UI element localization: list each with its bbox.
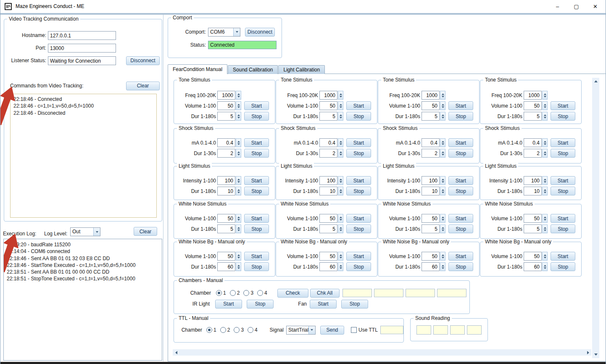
value-box[interactable]: 50 [422,214,440,223]
listener-status-input[interactable]: Waiting for Connection [48,56,116,65]
value-box[interactable]: 50 [217,252,235,261]
spinner-arrows-icon[interactable] [440,138,445,147]
spinner-arrows-icon[interactable] [440,101,445,110]
light-start-button[interactable]: Start [346,176,371,185]
duration-spinner[interactable]: 2 [524,149,548,158]
spinner-arrows-icon[interactable] [236,149,241,158]
spinner-arrows-icon[interactable] [236,214,241,223]
whitenoise-start-button[interactable]: Start [448,214,473,223]
spinner-arrows-icon[interactable] [236,101,241,110]
duration-spinner[interactable]: 5 [319,224,343,233]
spinner-arrows-icon[interactable] [440,224,445,233]
spinner-arrows-icon[interactable] [440,91,445,100]
spinner-arrows-icon[interactable] [338,149,343,158]
spinner-arrows-icon[interactable] [236,187,241,195]
ttl-chamber-radio-4[interactable] [248,327,253,333]
vt-disconnect-button[interactable]: Disconnect [126,56,160,65]
shock-start-button[interactable]: Start [551,138,575,147]
value-box[interactable]: 100 [524,176,542,185]
hostname-input[interactable]: 127.0.0.1 [48,31,116,40]
value-box[interactable]: 1000 [217,91,235,100]
value-box[interactable]: 5 [217,224,235,233]
tone-start-button[interactable]: Start [448,101,473,110]
value-box[interactable]: 2 [422,149,440,158]
spinner-arrows-icon[interactable] [542,101,548,110]
duration-spinner[interactable]: 5 [217,224,241,233]
tone-start-button[interactable]: Start [244,101,269,110]
duration-spinner[interactable]: 60 [422,262,445,271]
whitenoise-stop-button[interactable]: Stop [551,224,575,233]
whitenoise-start-button[interactable]: Start [244,214,269,223]
value-box[interactable]: 50 [524,252,542,261]
spinner-arrows-icon[interactable] [338,91,343,100]
volume-spinner[interactable]: 50 [422,101,445,110]
value-box[interactable]: 100 [319,176,337,185]
tone-start-button[interactable]: Start [551,101,575,110]
spinner-arrows-icon[interactable] [236,112,241,121]
sound-reading-box-3[interactable] [450,325,465,335]
spinner-arrows-icon[interactable] [440,112,445,121]
ma-spinner[interactable]: 0.4 [217,138,241,147]
whitenoise-bg-start-button[interactable]: Start [346,252,371,261]
chamber-status-box-1[interactable] [343,289,372,297]
value-box[interactable]: 10 [524,187,542,195]
light-start-button[interactable]: Start [448,176,473,185]
fan-start-button[interactable]: Start [310,300,337,309]
value-box[interactable]: 50 [319,101,337,110]
shock-start-button[interactable]: Start [244,138,269,147]
value-box[interactable]: 50 [217,101,235,110]
duration-spinner[interactable]: 60 [524,262,548,271]
freq-spinner[interactable]: 1000 [319,91,343,100]
value-box[interactable]: 5 [217,112,235,121]
spinner-arrows-icon[interactable] [542,138,548,147]
value-box[interactable]: 10 [217,187,235,195]
fan-stop-button[interactable]: Stop [341,300,368,309]
shock-start-button[interactable]: Start [346,138,371,147]
volume-spinner[interactable]: 50 [422,252,445,261]
dropdown-arrow-icon[interactable] [93,228,100,236]
spinner-arrows-icon[interactable] [338,224,343,233]
duration-spinner[interactable]: 5 [422,224,445,233]
chk-all-button[interactable]: Chk All [310,289,340,298]
value-box[interactable]: 5 [422,112,440,121]
commands-clear-button[interactable]: Clear [126,82,160,90]
spinner-arrows-icon[interactable] [236,224,241,233]
shock-stop-button[interactable]: Stop [551,149,575,158]
tab-sound-calibration[interactable]: Sound Calibration [228,65,278,74]
volume-spinner[interactable]: 50 [524,252,548,261]
spinner-arrows-icon[interactable] [338,101,343,110]
whitenoise-bg-stop-button[interactable]: Stop [448,262,473,271]
volume-spinner[interactable]: 50 [217,214,241,223]
tab-fearcondition-manual[interactable]: FearCondition Manual [168,64,227,74]
spinner-arrows-icon[interactable] [440,262,445,271]
spinner-arrows-icon[interactable] [236,138,241,147]
ttl-chamber-radio-3[interactable] [234,327,240,333]
value-box[interactable]: 50 [422,101,440,110]
chamber-radio-3[interactable] [243,290,249,296]
spinner-arrows-icon[interactable] [542,112,548,121]
duration-spinner[interactable]: 2 [422,149,445,158]
duration-spinner[interactable]: 10 [524,187,548,195]
ma-spinner[interactable]: 0.4 [524,138,548,147]
ir-start-button[interactable]: Start [215,300,242,309]
tone-stop-button[interactable]: Stop [448,112,473,121]
duration-spinner[interactable]: 5 [319,112,343,121]
light-stop-button[interactable]: Stop [244,187,269,195]
shock-start-button[interactable]: Start [448,138,473,147]
value-box[interactable]: 0.4 [319,138,337,147]
minimize-button[interactable]: – [548,0,567,13]
value-box[interactable]: 5 [319,112,337,121]
spinner-arrows-icon[interactable] [542,224,548,233]
intensity-spinner[interactable]: 100 [319,176,343,185]
intensity-spinner[interactable]: 100 [422,176,445,185]
duration-spinner[interactable]: 2 [217,149,241,158]
sound-reading-box-2[interactable] [433,325,448,335]
volume-spinner[interactable]: 50 [217,252,241,261]
value-box[interactable]: 10 [422,187,440,195]
whitenoise-stop-button[interactable]: Stop [244,224,269,233]
whitenoise-bg-stop-button[interactable]: Stop [551,262,575,271]
value-box[interactable]: 60 [524,262,542,271]
value-box[interactable]: 1000 [422,91,440,100]
duration-spinner[interactable]: 2 [319,149,343,158]
vertical-scrollbar[interactable] [592,78,599,358]
